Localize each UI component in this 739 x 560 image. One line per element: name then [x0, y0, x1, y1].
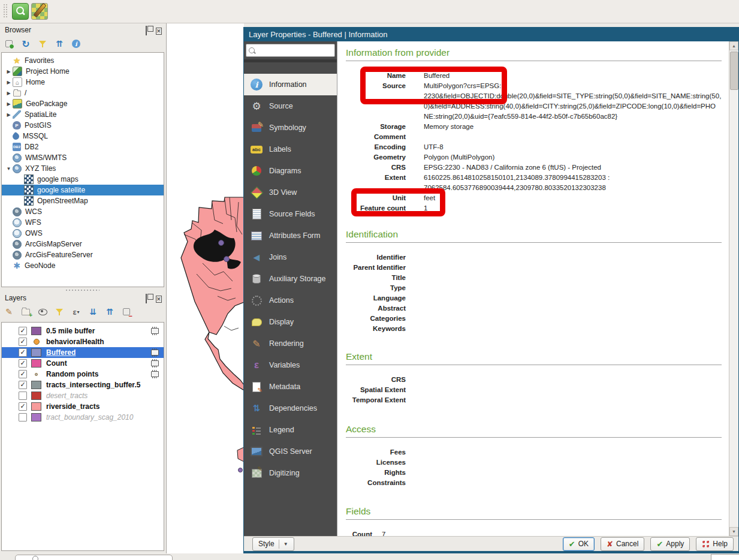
tab-dependencies[interactable]: ⇅Dependencies [244, 398, 337, 419]
close-panel-icon[interactable]: ✕ [156, 296, 162, 303]
collapse-all-icon[interactable]: ⇈ [104, 306, 115, 317]
cancel-button[interactable]: ✘ Cancel [601, 537, 644, 551]
tab-display[interactable]: Display [244, 311, 337, 333]
browser-item-arcgismapserver[interactable]: ArcGisMapServer [2, 239, 164, 249]
help-button[interactable]: Help [696, 537, 734, 551]
float-panel-icon[interactable] [146, 26, 147, 35]
layer-item-random-points[interactable]: ✓Random points [2, 369, 164, 380]
info-value: MultiPolygon?crs=EPSG:2230&field=OBJECTI… [424, 81, 722, 122]
layer-checkbox[interactable]: ✓ [19, 402, 27, 411]
layer-checkbox[interactable]: ✓ [19, 359, 27, 368]
section-heading: Extent [346, 350, 722, 363]
zoom-tool-button[interactable] [12, 3, 29, 20]
browser-item-xyz-tiles[interactable]: ▼XYZ Tiles [2, 163, 164, 174]
browser-item-project-home[interactable]: ▶Project Home [2, 66, 164, 77]
browser-item-db2[interactable]: DB2DB2 [2, 141, 164, 152]
layer-checkbox[interactable]: ✓ [19, 381, 27, 389]
layer-checkbox[interactable] [19, 413, 27, 421]
layer-checkbox[interactable]: ✓ [19, 338, 27, 346]
tab-actions[interactable]: Actions [244, 290, 337, 311]
add-group-icon[interactable] [20, 306, 31, 317]
browser-item-wfs[interactable]: WFS [2, 217, 164, 228]
filter-legend-icon[interactable] [54, 306, 65, 317]
tab-symbology[interactable]: Symbology [244, 117, 337, 139]
tab-auxiliary-storage[interactable]: Auxiliary Storage [244, 268, 337, 290]
edit-map-tool-button[interactable] [31, 3, 48, 20]
tab-information[interactable]: iInformation [244, 74, 337, 95]
browser-item-arcgisfeatureserver[interactable]: ArcGisFeatureServer [2, 249, 164, 260]
map-canvas[interactable] [166, 23, 244, 555]
chevron-collapsed-icon[interactable]: ▶ [5, 112, 13, 118]
layer-item-0-5-mile-buffer[interactable]: ✓0.5 mile buffer [2, 326, 164, 336]
browser-item-postgis[interactable]: PPostGIS [2, 120, 164, 131]
tab-attributes-form[interactable]: Attributes Form [244, 225, 337, 246]
browser-item-favorites[interactable]: ★Favorites [2, 55, 164, 66]
browser-item-spatialite[interactable]: ▶SpatiaLite [2, 109, 164, 120]
layer-item-desert-tracts[interactable]: desert_tracts [2, 390, 164, 401]
mssql-icon [11, 131, 20, 140]
layer-checkbox[interactable]: ✓ [19, 370, 27, 378]
layer-item-behavioralhealth[interactable]: ✓behavioralHealth [2, 336, 164, 347]
tab-source-fields[interactable]: Source Fields [244, 203, 337, 225]
map-themes-icon[interactable] [37, 306, 48, 317]
tab-diagrams[interactable]: Diagrams [244, 160, 337, 182]
chevron-collapsed-icon[interactable]: ▶ [5, 69, 13, 74]
refresh-icon[interactable]: ↻ [20, 38, 31, 49]
browser-item-mssql[interactable]: MSSQL [2, 131, 164, 141]
browser-item--[interactable]: ▶/ [2, 88, 164, 98]
float-panel-icon[interactable] [146, 294, 147, 303]
tab-rendering[interactable]: ✎Rendering [244, 333, 337, 354]
layer-checkbox[interactable]: ✓ [19, 327, 27, 335]
browser-item-google-maps[interactable]: google maps [2, 174, 164, 185]
dialog-titlebar[interactable]: Layer Properties - Buffered | Informatio… [244, 28, 738, 41]
browser-item-home[interactable]: ▶⌂Home [2, 77, 164, 88]
content-scrollbar[interactable]: ▲ ▼ [729, 41, 738, 536]
browser-item-ows[interactable]: OWS [2, 228, 164, 239]
tab-variables[interactable]: εVariables [244, 354, 337, 376]
layer-item-tracts-intersecting-buffer-5[interactable]: ✓tracts_intersecting_buffer.5 [2, 380, 164, 390]
scroll-up-icon[interactable]: ▲ [729, 41, 738, 50]
tab-labels[interactable]: abcLabels [244, 139, 337, 160]
expression-filter-icon[interactable]: ε▾ [71, 306, 82, 317]
apply-button[interactable]: ✔ Apply [650, 537, 690, 551]
browser-item-geopackage[interactable]: ▶GeoPackage [2, 98, 164, 109]
tab-legend[interactable]: Legend [244, 419, 337, 441]
layer-item-tract-boundary-scag-2010[interactable]: tract_boundary_scag_2010 [2, 412, 164, 423]
tab-qgis-server[interactable]: QGIS Server [244, 441, 337, 462]
browser-item-wcs[interactable]: WCS [2, 206, 164, 217]
expand-all-icon[interactable]: ⇊ [88, 306, 98, 317]
scrollbar-thumb[interactable] [730, 52, 738, 90]
chevron-collapsed-icon[interactable]: ▶ [5, 80, 13, 85]
close-panel-icon[interactable]: ✕ [156, 28, 162, 35]
layer-item-riverside-tracts[interactable]: ✓riverside_tracts [2, 401, 164, 412]
panel-splitter[interactable] [66, 288, 99, 291]
locator-search-box[interactable] [15, 555, 173, 560]
toolbar-drag-handle[interactable] [4, 4, 7, 19]
remove-layer-icon[interactable] [121, 306, 132, 317]
open-styling-icon[interactable]: ✎ [4, 306, 14, 317]
add-selected-layers-icon[interactable] [4, 38, 14, 49]
browser-item-google-satellite[interactable]: google satellite [2, 185, 164, 195]
filter-browser-icon[interactable] [37, 38, 48, 49]
layer-item-count[interactable]: ✓Count [2, 358, 164, 369]
browser-item-wms-wmts[interactable]: WMS/WMTS [2, 152, 164, 163]
search-input[interactable] [257, 46, 334, 55]
layer-checkbox[interactable]: ✓ [19, 348, 27, 357]
layer-item-buffered[interactable]: ✓Buffered [2, 347, 164, 358]
browser-item-openstreetmap[interactable]: OpenStreetMap [2, 195, 164, 206]
tab-joins[interactable]: ◀Joins [244, 246, 337, 268]
style-dropdown-button[interactable]: Style ▼ [252, 537, 294, 551]
tab-3d-view[interactable]: 3D View [244, 182, 337, 203]
chevron-expanded-icon[interactable]: ▼ [5, 166, 13, 171]
properties-info-icon[interactable]: i [71, 38, 82, 49]
collapse-all-icon[interactable]: ⇈ [54, 38, 65, 49]
tab-metadata[interactable]: Metadata [244, 376, 337, 398]
chevron-collapsed-icon[interactable]: ▶ [5, 91, 13, 96]
tab-digitizing[interactable]: Digitizing [244, 462, 337, 484]
chevron-collapsed-icon[interactable]: ▶ [5, 101, 13, 107]
tab-source[interactable]: ⚙Source [244, 95, 337, 117]
layer-checkbox[interactable] [19, 392, 27, 400]
ok-button[interactable]: ✔ OK [563, 537, 595, 551]
scroll-down-icon[interactable]: ▼ [729, 527, 738, 536]
browser-item-geonode[interactable]: ✱GeoNode [2, 260, 164, 271]
